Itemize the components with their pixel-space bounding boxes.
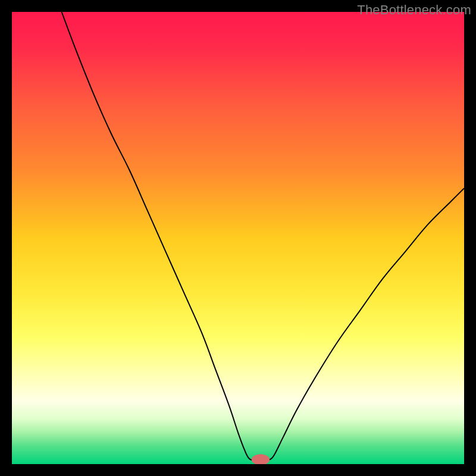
gradient-background xyxy=(12,12,464,464)
chart-frame: TheBottleneck.com xyxy=(0,0,476,476)
chart-svg xyxy=(12,12,464,464)
watermark-text: TheBottleneck.com xyxy=(357,2,471,18)
plot-area xyxy=(12,12,464,464)
